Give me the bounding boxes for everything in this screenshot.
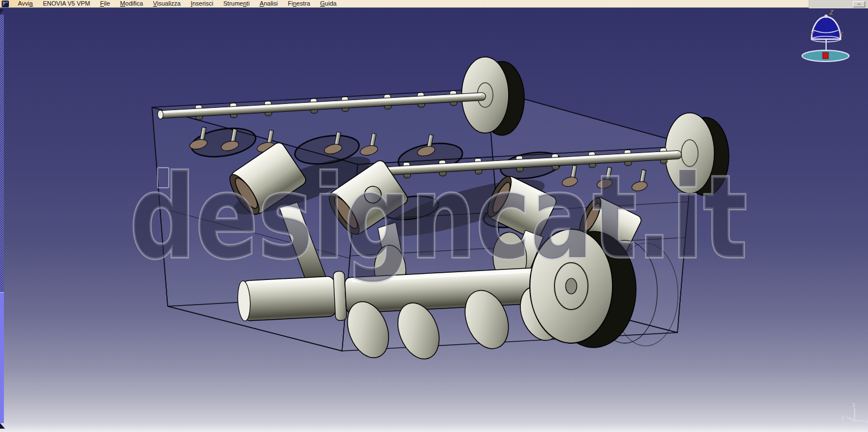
compass-x-label: X (838, 31, 843, 37)
menu-item-visualizza[interactable]: Visualizza (148, 0, 186, 8)
menu-item-inserisci[interactable]: Inserisci (186, 0, 218, 8)
triad-z-label: Z (852, 402, 856, 408)
watermark-text: designcat.it (130, 151, 747, 284)
compass-z-label: Z (829, 9, 834, 16)
left-toolbar-strip[interactable] (0, 8, 4, 432)
strip-bottom-arrow-icon[interactable] (0, 423, 5, 429)
menu-item-modifica[interactable]: Modifica (115, 0, 148, 8)
menu-bar: Avvia ENOVIA V5 VPM File Modifica Visual… (0, 0, 868, 8)
minimize-button[interactable]: – (853, 1, 865, 7)
menu-item-guida[interactable]: Guida (315, 0, 341, 8)
menu-item-analisi[interactable]: Analisi (255, 0, 283, 8)
strip-dither-track[interactable] (0, 15, 4, 292)
engine-3d-model[interactable]: designcat.it Z Y X Z y x (0, 8, 868, 432)
strip-top-arrow-icon[interactable] (0, 9, 4, 14)
3d-viewport[interactable]: designcat.it Z Y X Z y x (0, 8, 868, 432)
app-icon (2, 1, 9, 7)
window-control-area: – (809, 0, 868, 8)
axis-triad: Z y x (842, 402, 868, 424)
menu-item-file[interactable]: File (95, 0, 115, 8)
triad-x-label: x (866, 419, 868, 424)
triad-y-label: y (842, 415, 845, 420)
menu-item-finestra[interactable]: Finestra (283, 0, 315, 8)
strip-thumb[interactable] (0, 292, 4, 423)
menu-item-avvia[interactable]: Avvia (13, 0, 38, 8)
menu-item-strumenti[interactable]: Strumenti (219, 0, 255, 8)
view-compass[interactable]: Z Y X (802, 9, 849, 61)
menu-item-enovia-v5-vpm[interactable]: ENOVIA V5 VPM (38, 0, 95, 8)
